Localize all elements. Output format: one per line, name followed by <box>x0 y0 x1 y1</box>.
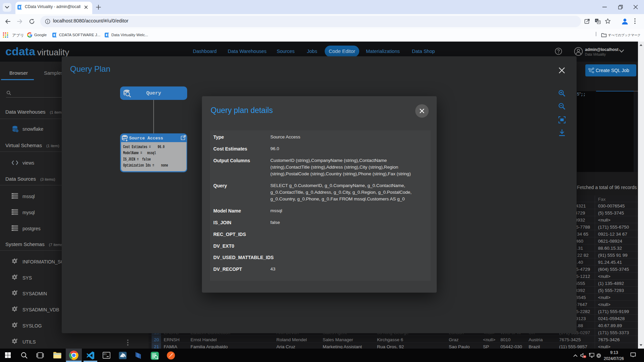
svg-text:C:\: C:\ <box>104 353 107 355</box>
